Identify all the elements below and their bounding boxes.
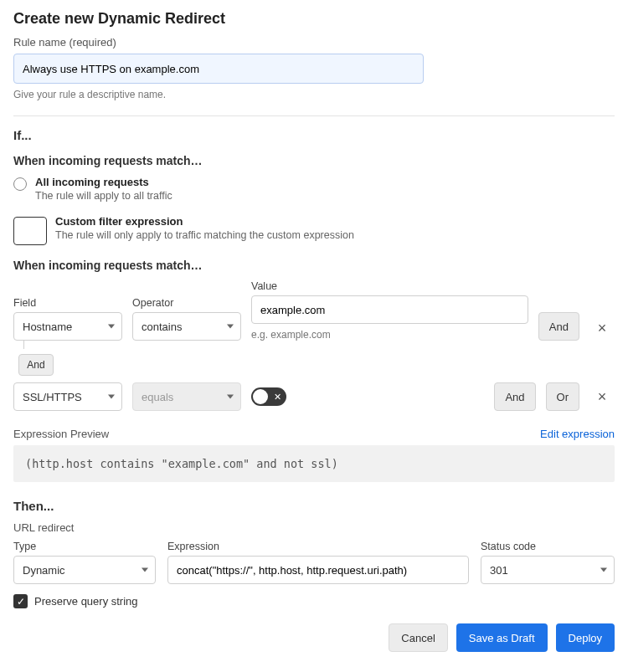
connector-line xyxy=(23,341,35,349)
radio-icon xyxy=(13,177,27,191)
row1-field-select[interactable]: Hostname xyxy=(13,312,122,341)
row2-delete-button[interactable]: × xyxy=(589,384,615,409)
rule-name-helper: Give your rule a descriptive name. xyxy=(13,89,615,100)
chevron-down-icon xyxy=(108,395,115,399)
close-icon: × xyxy=(598,320,607,337)
row2-and-button[interactable]: And xyxy=(494,382,535,411)
row2-field-value: SSL/HTTPS xyxy=(23,391,82,403)
radio-icon-selected xyxy=(13,217,47,245)
chevron-down-icon xyxy=(227,395,234,399)
deploy-button[interactable]: Deploy xyxy=(556,623,615,652)
close-icon: × xyxy=(598,388,607,406)
checkbox-checked-icon: ✓ xyxy=(13,594,28,608)
expression-preview-label: Expression Preview xyxy=(13,428,109,440)
toggle-knob xyxy=(253,389,268,404)
row2-operator-value: equals xyxy=(142,391,173,403)
row2-field-select[interactable]: SSL/HTTPS xyxy=(13,382,122,411)
row2-ssl-toggle[interactable]: ✕ xyxy=(251,387,286,406)
builder-heading: When incoming requests match… xyxy=(13,259,615,272)
rule-name-input[interactable] xyxy=(13,54,424,84)
divider xyxy=(13,115,615,116)
row1-value-hint: e.g. example.com xyxy=(251,329,528,341)
preserve-query-label: Preserve query string xyxy=(34,595,138,608)
page-title: Create new Dynamic Redirect xyxy=(13,10,615,28)
row1-operator-select[interactable]: contains xyxy=(132,312,241,341)
row1-operator-value: contains xyxy=(142,321,182,333)
type-label: Type xyxy=(13,541,156,552)
chevron-down-icon xyxy=(142,568,148,572)
row1-value-input[interactable] xyxy=(251,295,528,324)
row2-or-button[interactable]: Or xyxy=(546,382,579,411)
chevron-down-icon xyxy=(108,325,115,329)
row1-delete-button[interactable]: × xyxy=(589,315,615,341)
save-draft-button[interactable]: Save as Draft xyxy=(456,623,548,652)
edit-expression-link[interactable]: Edit expression xyxy=(540,428,615,440)
status-value: 301 xyxy=(490,564,508,577)
type-value: Dynamic xyxy=(23,564,65,577)
radio-all-title: All incoming requests xyxy=(35,176,172,188)
radio-custom-title: Custom filter expression xyxy=(55,215,354,228)
match-heading: When incoming requests match… xyxy=(13,154,615,167)
then-subtitle: URL redirect xyxy=(13,521,615,534)
preserve-query-checkbox[interactable]: ✓ Preserve query string xyxy=(13,594,615,608)
type-select[interactable]: Dynamic xyxy=(13,556,156,584)
rule-name-label: Rule name (required) xyxy=(13,36,615,49)
chevron-down-icon xyxy=(600,568,607,572)
radio-custom-desc: The rule will only apply to traffic matc… xyxy=(55,229,354,241)
then-heading: Then... xyxy=(13,499,615,513)
status-label: Status code xyxy=(481,541,615,552)
value-label: Value xyxy=(251,280,528,292)
status-select[interactable]: 301 xyxy=(481,556,615,584)
radio-all-requests[interactable]: All incoming requests The rule will appl… xyxy=(13,176,615,202)
expression-input[interactable] xyxy=(167,556,469,584)
expression-preview-code: (http.host contains "example.com" and no… xyxy=(13,445,615,482)
row2-operator-select: equals xyxy=(132,382,241,411)
row1-field-value: Hostname xyxy=(23,321,72,333)
connector-and-chip[interactable]: And xyxy=(18,354,54,376)
row1-and-button[interactable]: And xyxy=(538,312,579,341)
toggle-off-icon: ✕ xyxy=(274,392,281,403)
cancel-button[interactable]: Cancel xyxy=(389,623,447,652)
chevron-down-icon xyxy=(227,325,234,329)
radio-custom-filter[interactable]: Custom filter expression The rule will o… xyxy=(13,215,615,245)
operator-label: Operator xyxy=(132,297,241,309)
if-heading: If... xyxy=(13,128,615,142)
field-label: Field xyxy=(13,297,122,309)
expression-label: Expression xyxy=(167,541,469,552)
radio-all-desc: The rule will apply to all traffic xyxy=(35,190,172,202)
